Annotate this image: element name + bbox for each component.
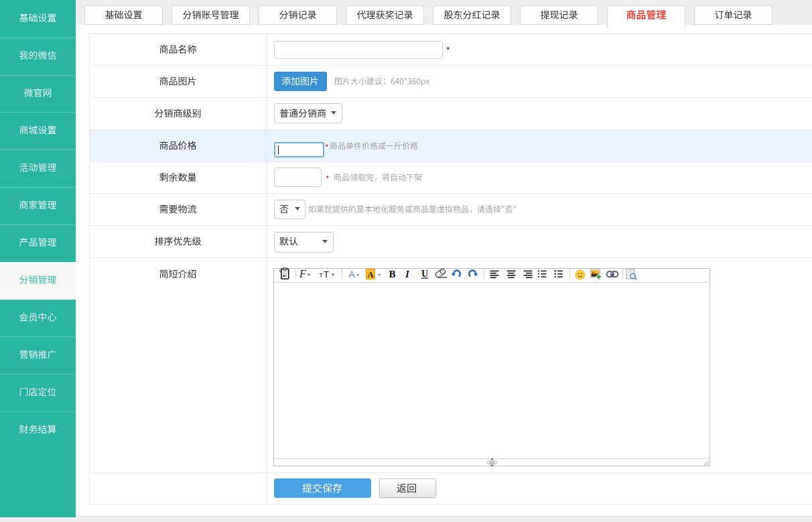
svg-text:T: T [319,272,323,279]
svg-text:A: A [349,269,355,279]
svg-text:B: B [389,269,395,279]
svg-text:U: U [421,269,428,279]
svg-text:A: A [367,269,374,279]
svg-text:I: I [405,269,410,279]
svg-text:T: T [324,269,329,279]
svg-text:F: F [299,268,306,279]
